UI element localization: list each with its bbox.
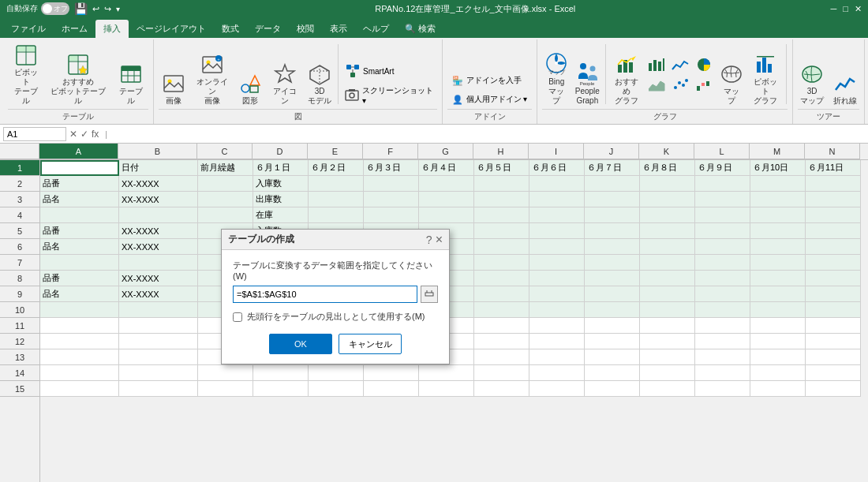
cell-d4[interactable]: 在庫 — [253, 207, 309, 223]
cell-i1[interactable]: ６月６日 — [529, 160, 585, 176]
insert-function-icon[interactable]: fx — [92, 129, 99, 140]
cell-k8[interactable] — [640, 271, 695, 286]
confirm-formula-icon[interactable]: ✓ — [80, 129, 88, 140]
col-header-d[interactable]: D — [253, 144, 308, 159]
cell-g15[interactable] — [419, 381, 474, 397]
screenshot-btn[interactable]: スクリーンショット ▾ — [342, 83, 437, 107]
cell-h12[interactable] — [474, 334, 529, 349]
recommend-chart-btn[interactable]: おすすめグラフ — [609, 50, 644, 107]
cell-m10[interactable] — [750, 302, 806, 318]
col-header-l[interactable]: L — [694, 144, 750, 159]
cell-i9[interactable] — [529, 286, 585, 302]
cell-m2[interactable] — [750, 176, 806, 192]
cell-m9[interactable] — [750, 286, 806, 302]
cell-h6[interactable] — [474, 239, 529, 255]
cell-d2[interactable]: 入庫数 — [253, 176, 309, 192]
col-header-i[interactable]: I — [529, 144, 584, 159]
cell-j3[interactable] — [585, 192, 640, 207]
cell-m13[interactable] — [750, 349, 806, 365]
cell-a13[interactable] — [40, 349, 119, 365]
cell-n12[interactable] — [806, 334, 861, 349]
cell-a11[interactable] — [40, 318, 119, 334]
scatter-chart-btn[interactable] — [669, 75, 691, 94]
col-header-k[interactable]: K — [639, 144, 694, 159]
cell-k7[interactable] — [640, 255, 695, 271]
cell-n5[interactable] — [806, 223, 861, 239]
cell-i4[interactable] — [529, 207, 585, 223]
tab-formula[interactable]: 数式 — [214, 20, 247, 38]
cell-k6[interactable] — [640, 239, 695, 255]
cell-g2[interactable] — [419, 176, 474, 192]
cell-i13[interactable] — [529, 349, 585, 365]
dialog-header-checkbox[interactable] — [233, 312, 242, 322]
row-header-15[interactable]: 15 — [0, 381, 39, 397]
cell-f14[interactable] — [364, 365, 419, 381]
cell-k3[interactable] — [640, 192, 695, 207]
cell-j13[interactable] — [585, 349, 640, 365]
cell-b13[interactable] — [119, 349, 198, 365]
cell-f15[interactable] — [364, 381, 419, 397]
save-icon[interactable]: 💾 — [74, 2, 88, 15]
3d-map-btn[interactable]: 3Dマップ — [796, 60, 828, 107]
3d-model-btn[interactable]: 3Dモデル — [305, 60, 335, 107]
cell-l3[interactable] — [695, 192, 750, 207]
tab-help[interactable]: ヘルプ — [355, 20, 397, 38]
row-header-6[interactable]: 6 — [0, 239, 39, 255]
cell-m6[interactable] — [750, 239, 806, 255]
maximize-btn[interactable]: □ — [843, 4, 848, 14]
cell-n13[interactable] — [806, 349, 861, 365]
create-table-dialog[interactable]: テーブルの作成 ? × テーブルに変換するデータ範囲を指定してください(W) 先… — [221, 229, 450, 364]
cell-b4[interactable] — [119, 207, 198, 223]
tab-pagelayout[interactable]: ページレイアウト — [129, 20, 214, 38]
cell-b7[interactable] — [119, 255, 198, 271]
cell-a3[interactable]: 品名 — [40, 192, 119, 207]
cell-j2[interactable] — [585, 176, 640, 192]
row-header-2[interactable]: 2 — [0, 176, 39, 192]
cell-l15[interactable] — [695, 381, 750, 397]
cell-i10[interactable] — [529, 302, 585, 318]
cell-n11[interactable] — [806, 318, 861, 334]
col-header-h[interactable]: H — [473, 144, 529, 159]
cell-i6[interactable] — [529, 239, 585, 255]
cell-l14[interactable] — [695, 365, 750, 381]
col-header-e[interactable]: E — [308, 144, 363, 159]
cell-a5[interactable]: 品番 — [40, 223, 119, 239]
minimize-btn[interactable]: ─ — [831, 4, 837, 14]
cell-j8[interactable] — [585, 271, 640, 286]
pie-chart-btn[interactable] — [693, 55, 715, 74]
cell-n9[interactable] — [806, 286, 861, 302]
get-addin-btn[interactable]: 🏪 アドインを入手 — [449, 73, 531, 88]
cell-h15[interactable] — [474, 381, 529, 397]
row-header-14[interactable]: 14 — [0, 365, 39, 381]
col-header-m[interactable]: M — [750, 144, 805, 159]
cell-l2[interactable] — [695, 176, 750, 192]
tab-view[interactable]: 表示 — [322, 20, 355, 38]
close-btn[interactable]: ✕ — [855, 4, 862, 14]
row-header-9[interactable]: 9 — [0, 286, 39, 302]
cell-h14[interactable] — [474, 365, 529, 381]
cell-l4[interactable] — [695, 207, 750, 223]
cell-n1[interactable]: ６月11日 — [806, 160, 861, 176]
row-header-10[interactable]: 10 — [0, 302, 39, 318]
cell-h7[interactable] — [474, 255, 529, 271]
col-header-g[interactable]: G — [418, 144, 473, 159]
cell-a6[interactable]: 品名 — [40, 239, 119, 255]
cell-e4[interactable] — [309, 207, 364, 223]
table-btn[interactable]: テーブル — [113, 60, 149, 107]
cell-l6[interactable] — [695, 239, 750, 255]
row-header-8[interactable]: 8 — [0, 271, 39, 286]
cell-k15[interactable] — [640, 381, 695, 397]
cell-a14[interactable] — [40, 365, 119, 381]
cell-e3[interactable] — [309, 192, 364, 207]
cell-l5[interactable] — [695, 223, 750, 239]
cell-j11[interactable] — [585, 318, 640, 334]
cell-e2[interactable] — [309, 176, 364, 192]
cell-g4[interactable] — [419, 207, 474, 223]
row-header-5[interactable]: 5 — [0, 223, 39, 239]
dialog-ok-btn[interactable]: OK — [269, 334, 332, 354]
cell-h9[interactable] — [474, 286, 529, 302]
cell-a15[interactable] — [40, 381, 119, 397]
cell-k2[interactable] — [640, 176, 695, 192]
cell-n7[interactable] — [806, 255, 861, 271]
col-header-f[interactable]: F — [363, 144, 418, 159]
